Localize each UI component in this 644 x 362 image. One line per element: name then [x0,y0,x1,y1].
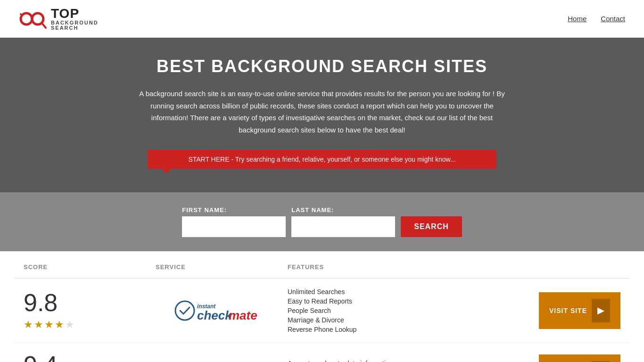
col-header-service: SERVICE [156,263,288,271]
checkmate-logo: instant check mate [174,298,269,324]
feature-peoplelooker-1: Accurate and up-to-date information [288,360,539,362]
features-cell-peoplelooker: Accurate and up-to-date information Unli… [288,360,539,362]
svg-point-0 [21,13,32,25]
first-name-label: FIRST NAME: [182,206,286,214]
feature-checkmate-2: Easy to Read Reports [288,297,539,305]
service-cell-checkmate: instant check mate [156,298,288,324]
last-name-label: LAST NAME: [291,206,395,214]
svg-point-5 [175,301,194,320]
score-cell-checkmate: 9.8 ★★★★★ [24,290,156,331]
logo-icon [19,6,47,32]
first-name-input[interactable] [182,216,286,237]
last-name-group: LAST NAME: [291,206,395,237]
search-form-area: FIRST NAME: LAST NAME: SEARCH [0,192,644,251]
col-header-features: FEATURES [288,263,620,271]
visit-button-peoplelooker[interactable]: VISIT SITE ▶ [539,354,620,362]
features-cell-checkmate: Unlimited Searches Easy to Read Reports … [288,288,539,333]
logo-top-text: TOP [51,7,99,20]
stars-checkmate: ★★★★★ [24,319,75,331]
score-number-peoplelooker: 9.4 [24,353,58,362]
search-form: FIRST NAME: LAST NAME: SEARCH [9,206,635,237]
col-header-score: SCORE [24,263,156,271]
result-row-checkmate: 9.8 ★★★★★ instant check mate Un [14,279,630,343]
visit-cell-peoplelooker: VISIT SITE ▶ [539,354,620,362]
visit-arrow-checkmate: ▶ [592,299,610,322]
hero-title: BEST BACKGROUND SEARCH SITES [9,57,635,76]
logo-area: TOP BACKGROUNDSEARCH [19,6,99,32]
search-prompt-banner: START HERE - Try searching a friend, rel… [148,150,496,169]
hero-description: A background search site is an easy-to-u… [138,88,506,136]
feature-checkmate-5: Reverse Phone Lookup [288,326,539,333]
search-button[interactable]: SEARCH [401,216,462,237]
visit-button-checkmate[interactable]: VISIT SITE ▶ [539,292,620,329]
score-cell-peoplelooker: 9.4 ★★★★★ [24,353,156,362]
results-section: SCORE SERVICE FEATURES 9.8 ★★★★★ instant… [0,256,644,362]
svg-text:mate: mate [229,308,257,322]
logo-sub-text: BACKGROUNDSEARCH [51,20,99,31]
visit-cell-checkmate: VISIT SITE ▶ [539,292,620,329]
svg-line-4 [42,23,46,28]
feature-checkmate-4: Marriage & Divorce [288,316,539,324]
nav-home[interactable]: Home [568,15,586,23]
results-header: SCORE SERVICE FEATURES [14,256,630,279]
last-name-input[interactable] [291,216,395,237]
main-nav: Home Contact [568,15,625,23]
visit-button-checkmate-label: VISIT SITE [549,307,587,314]
feature-checkmate-3: People Search [288,307,539,314]
logo-text: TOP BACKGROUNDSEARCH [51,7,99,31]
feature-checkmate-1: Unlimited Searches [288,288,539,296]
svg-text:check: check [197,308,232,322]
result-row-peoplelooker: 9.4 ★★★★★ People Looker Accurate and up-… [14,343,630,362]
hero-section: BEST BACKGROUND SEARCH SITES A backgroun… [0,38,644,192]
nav-contact[interactable]: Contact [601,15,625,23]
header: TOP BACKGROUNDSEARCH Home Contact [0,0,644,38]
score-number-checkmate: 9.8 [24,290,58,315]
checkmate-logo-svg: instant check mate [174,298,269,324]
first-name-group: FIRST NAME: [182,206,286,237]
